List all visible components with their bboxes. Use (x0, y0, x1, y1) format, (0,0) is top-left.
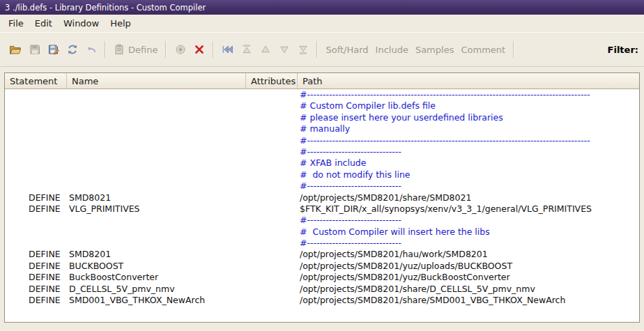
cell-statement: DEFINE (5, 272, 67, 283)
go-first-icon (222, 44, 233, 55)
open-button[interactable] (6, 40, 25, 59)
cell-path: # do not modify this line (298, 169, 639, 180)
save-button[interactable] (25, 40, 44, 59)
cell-name (67, 157, 246, 169)
table-row[interactable]: #------------------------------ (5, 146, 639, 157)
cell-name (67, 112, 246, 123)
window-title: 3 ./lib.defs - Library Definitions - Cus… (5, 3, 206, 13)
table-row[interactable]: DEFINESMD8201/opt/projects/SMD8201/hau/w… (5, 249, 639, 260)
cell-statement (5, 169, 67, 180)
save-icon (29, 44, 40, 55)
cell-name (67, 146, 246, 157)
menubar: File Edit Window Help (0, 15, 644, 32)
cell-statement (5, 123, 67, 134)
column-header-name[interactable]: Name (67, 73, 246, 88)
cell-path: /opt/projects/SMD8201/hau/work/SMD8201 (298, 249, 639, 260)
define-button[interactable]: Define (110, 40, 161, 59)
menu-help[interactable]: Help (105, 16, 137, 31)
go-first-button[interactable] (218, 40, 237, 59)
delete-row-button[interactable] (190, 40, 208, 59)
add-row-button[interactable] (171, 40, 190, 59)
cell-path: /opt/projects/SMD8201/share/SMD001_VBG_T… (298, 295, 639, 306)
cell-path: # please insert here your userdefined li… (298, 112, 639, 123)
table-row[interactable]: DEFINED_CELLSL_5V_pmv_nmv/opt/projects/S… (5, 284, 639, 295)
cell-name: SMD8021 (67, 192, 246, 203)
save-edit-button[interactable] (44, 40, 63, 59)
cell-name (67, 123, 246, 134)
move-bottom-button[interactable] (293, 40, 312, 59)
table-row[interactable]: DEFINEVLG_PRIMITIVES$FTK_KIT_DIR/x_all/s… (5, 203, 639, 215)
define-button-label: Define (128, 45, 158, 55)
cell-statement (5, 215, 67, 226)
move-up-button[interactable] (256, 40, 275, 59)
cell-name (67, 100, 246, 111)
cell-path: #------------------------------ (298, 238, 639, 249)
table-row[interactable]: DEFINEBuckBoostConverter/opt/projects/SM… (5, 272, 639, 283)
cell-statement (5, 112, 67, 123)
refresh-icon (67, 44, 78, 55)
cell-attributes (246, 295, 298, 306)
table-row[interactable]: #---------------------------------------… (5, 89, 639, 100)
toolbar-separator (513, 41, 514, 58)
cell-statement (5, 135, 67, 146)
table-row[interactable]: DEFINESMD001_VBG_THKOX_NewArch/opt/proje… (5, 295, 639, 306)
cell-name (67, 169, 246, 180)
table-row[interactable]: #------------------------------ (5, 215, 639, 226)
column-header-attributes[interactable]: Attributes (246, 73, 298, 88)
soft-hard-button[interactable]: Soft/Hard (322, 40, 371, 59)
column-header-statement[interactable]: Statement (5, 73, 67, 88)
cell-name (67, 238, 246, 249)
table-row[interactable]: # Custom Compiler lib.defs file (5, 100, 639, 111)
comment-button[interactable]: Comment (457, 40, 509, 59)
table-row[interactable]: # please insert here your userdefined li… (5, 112, 639, 123)
window-titlebar[interactable]: 3 ./lib.defs - Library Definitions - Cus… (0, 0, 644, 15)
menu-file[interactable]: File (3, 16, 29, 31)
cell-name (67, 180, 246, 192)
table-row[interactable]: #---------------------------------------… (5, 135, 639, 146)
table-row[interactable]: DEFINEBUCKBOOST/opt/projects/SMD8201/yuz… (5, 261, 639, 272)
toolbar-separator (316, 41, 318, 58)
cell-path: #---------------------------------------… (298, 89, 639, 100)
column-header-path[interactable]: Path (298, 73, 639, 88)
cell-attributes (246, 249, 298, 260)
menu-edit[interactable]: Edit (29, 16, 58, 31)
cell-attributes (246, 89, 298, 100)
cell-statement (5, 89, 67, 100)
table-row[interactable]: #------------------------------ (5, 238, 639, 249)
samples-label: Samples (415, 45, 454, 55)
table-header: Statement Name Attributes Path (5, 73, 639, 89)
paste-icon (114, 44, 125, 55)
undo-icon (86, 44, 97, 55)
move-top-button[interactable] (237, 40, 256, 59)
table-row[interactable]: # do not modify this line (5, 169, 639, 180)
include-button[interactable]: Include (372, 40, 412, 59)
menu-window[interactable]: Window (58, 16, 105, 31)
toolbar-separator (213, 41, 214, 58)
cell-statement (5, 180, 67, 192)
cell-name (67, 226, 246, 238)
move-down-icon (279, 44, 290, 55)
table-row[interactable]: #------------------------------ (5, 180, 639, 192)
cell-name: D_CELLSL_5V_pmv_nmv (67, 284, 246, 295)
table-row[interactable]: # Custom Compiler will insert here the l… (5, 226, 639, 238)
cell-statement: DEFINE (5, 284, 67, 295)
cell-statement (5, 146, 67, 157)
table-row[interactable]: DEFINESMD8021/opt/projects/SMD8201/share… (5, 192, 639, 203)
table-row[interactable]: # manually (5, 123, 639, 134)
cell-name (67, 215, 246, 226)
cell-name: SMD8201 (67, 249, 246, 260)
cell-name (67, 89, 246, 100)
move-down-button[interactable] (275, 40, 293, 59)
cell-path: #------------------------------ (298, 215, 639, 226)
undo-button[interactable] (82, 40, 100, 59)
include-label: Include (376, 45, 408, 55)
samples-button[interactable]: Samples (412, 40, 458, 59)
table-row[interactable]: # XFAB include (5, 157, 639, 169)
refresh-button[interactable] (63, 40, 82, 59)
cell-name: BuckBoostConverter (67, 272, 246, 283)
toolbar: Define (0, 32, 644, 67)
cell-attributes (246, 112, 298, 123)
cell-attributes (246, 238, 298, 249)
cell-statement (5, 157, 67, 169)
move-up-icon (260, 44, 271, 55)
